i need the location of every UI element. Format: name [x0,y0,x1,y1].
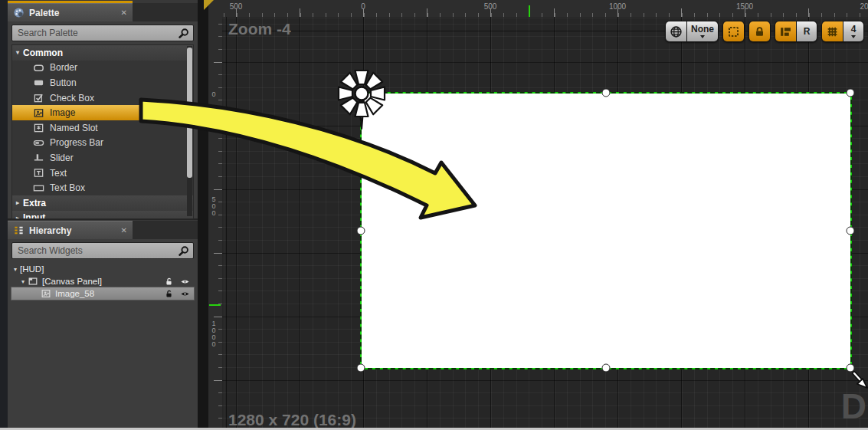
toolbar-button[interactable] [775,21,796,41]
close-icon[interactable]: ✕ [121,226,127,235]
palette-row[interactable]: Image [12,105,193,120]
resize-handle-right[interactable] [847,227,855,235]
ruler-horizontal: 500 0 500 1000 1500 20 [222,0,868,18]
resize-handle-left[interactable] [357,227,365,235]
palette-item-label: Extra [23,198,46,208]
toolbar-button[interactable] [666,21,686,41]
ruler-tick-label: 1000 [211,320,217,348]
palette-row[interactable]: Text [12,166,193,181]
ruler-corner-marker-icon [204,0,214,10]
palette-item-label: Slider [50,153,74,163]
toolbar-group: None [665,21,719,42]
expand-arrow-icon[interactable]: ▾ [14,266,17,273]
lock-open-icon[interactable] [164,277,174,287]
ruler-tick-label: 500 [484,2,497,11]
dropdown-caret-icon [851,35,856,38]
palette-row[interactable]: Border [12,61,193,76]
globe-icon [670,25,683,38]
palette-row[interactable]: Button [12,75,193,90]
toolbar-group: 4 [821,21,864,42]
ruler-tick-label: 1000 [609,2,626,11]
palette-item-label: Text [50,168,67,179]
palette-item-label: Image [50,107,75,118]
palette-row[interactable]: ▸ Input [12,211,193,219]
palette-scrollbar[interactable] [187,46,192,216]
magnifier-icon [178,28,189,39]
tab-palette[interactable]: Palette ✕ [8,3,133,21]
palette-row[interactable]: ▸ Extra [12,195,193,211]
expand-arrow-icon[interactable]: ▾ [16,49,19,56]
hierarchy-tree: ▾ [HUD] ▾ [Canvas Panel] [11,263,194,300]
palette-row[interactable]: Slider [12,150,193,166]
palette-panel: Palette ✕ ▾ Common [8,0,198,218]
hierarchy-body: ▾ [HUD] ▾ [Canvas Panel] [8,239,198,430]
hierarchy-row[interactable]: Image_58 [11,287,194,300]
lock-open-icon[interactable] [164,289,174,299]
expand-arrow-icon[interactable]: ▾ [21,278,25,285]
ruler-cursor-mark [209,304,221,306]
palette-widget-list: ▾ Common Border [11,44,194,219]
hierarchy-search-input[interactable] [16,245,178,257]
palette-row[interactable]: Text Box [12,180,193,195]
hierarchy-item-label: [HUD] [20,264,44,274]
toolbar-button[interactable]: 4 [843,21,863,41]
hierarchy-tabbar: Hierarchy ✕ [8,221,198,239]
magnifier-icon [178,245,189,257]
palette-row[interactable]: Progress Bar [12,136,193,151]
hierarchy-row[interactable]: ▾ [Canvas Panel] [11,275,194,287]
checkbox-icon [33,92,44,103]
toolbar-group: R [775,21,817,42]
row-visibility-controls [164,289,190,299]
palette-scrollbar-thumb[interactable] [187,48,192,178]
toolbar-button-label: 4 [851,25,857,34]
canvas-panel-icon [28,276,38,287]
button-icon [33,77,44,88]
ruler-vertical: 0 500 1000 [208,17,223,430]
hierarchy-panel: Hierarchy ✕ ▾ [HUD] [8,220,198,430]
toolbar-button[interactable] [749,21,770,41]
palette-tabbar: Palette ✕ [8,3,198,21]
design-canvas-viewport[interactable]: Zoom -4 [222,17,868,430]
eye-icon[interactable] [180,277,190,287]
palette-row[interactable]: Check Box [12,90,193,106]
palette-item-label: Common [23,48,63,58]
resize-handle-top[interactable] [602,89,611,97]
toolbar-button[interactable]: None [686,21,718,41]
ruler-tick-label: 500 [230,2,243,11]
dropdown-caret-icon [700,35,705,38]
palette-search-box[interactable] [11,25,194,41]
hierarchy-search-box[interactable] [11,242,194,259]
toolbar-button[interactable]: R [796,21,817,41]
hierarchy-row[interactable]: ▾ [HUD] [11,263,194,275]
resize-handle-bottom-left[interactable] [357,364,365,373]
palette-item-label: Named Slot [50,123,98,133]
canvas-resolution-label: 1280 x 720 (16:9) [228,411,356,429]
tab-hierarchy-label: Hierarchy [29,225,71,236]
toolbar-button[interactable] [822,21,843,41]
eye-icon[interactable] [180,289,190,299]
resize-handle-top-right[interactable] [847,89,855,97]
tab-palette-label: Palette [29,8,59,18]
designer-watermark: D [841,386,866,427]
tab-hierarchy[interactable]: Hierarchy ✕ [8,221,133,239]
expand-arrow-icon[interactable]: ▸ [16,215,19,219]
palette-item-label: Button [50,77,77,88]
designer-toolbar: None [665,21,868,42]
row-visibility-controls [164,277,190,287]
palette-item-label: Input [23,212,45,219]
text-icon [33,167,44,179]
aspect-bars-icon [779,25,792,38]
close-icon[interactable]: ✕ [121,8,127,17]
ruler-tick-label: 0 [211,91,217,98]
resize-handle-bottom-right[interactable] [847,364,855,373]
palette-row[interactable]: ▾ Common [12,45,193,61]
panel-divider[interactable] [198,0,208,430]
named-slot-icon [33,122,44,133]
toolbar-button[interactable] [723,21,744,41]
palette-search-input[interactable] [16,27,178,39]
resize-handle-bottom[interactable] [602,364,611,373]
palette-row[interactable]: Named Slot [12,120,193,136]
image-widget-selected[interactable] [360,92,852,369]
umg-designer-window: Palette ✕ ▾ Common [0,0,868,430]
expand-arrow-icon[interactable]: ▸ [16,199,19,206]
